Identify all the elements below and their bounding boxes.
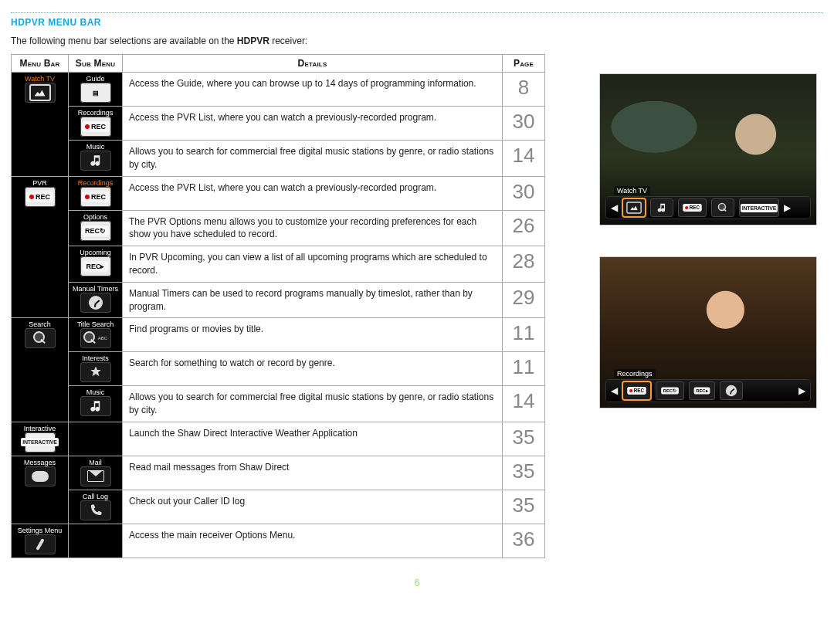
details-cell: Launch the Shaw Direct Interactive Weath…	[123, 422, 503, 456]
page-cell: 11	[503, 318, 545, 352]
arrow-left-icon: ◀	[611, 202, 618, 213]
tile-rec-upcoming-icon: REC▸	[689, 381, 715, 400]
th-submenu: Sub Menu	[69, 55, 123, 73]
submenu-label: Upcoming	[80, 249, 111, 256]
page-cell: 14	[503, 386, 545, 422]
arrow-right-icon: ▶	[798, 385, 805, 396]
submenu-cell-guide: Guide▤	[69, 73, 123, 107]
menubar-cell-pvr: PVRREC	[12, 176, 69, 318]
table-row: SearchTitle SearchABCFind programs or mo…	[12, 318, 545, 352]
submenu-label: Music	[86, 388, 105, 396]
submenu-cell-call-log: Call Log	[69, 490, 123, 524]
submenu-label: Music	[86, 143, 105, 151]
submenu-label: Recordings	[78, 179, 114, 187]
page-cell: 30	[503, 176, 545, 210]
menubar-cell-settings-menu: Settings Menu	[12, 524, 69, 558]
details-cell: Manual Timers can be used to record prog…	[123, 282, 503, 318]
submenu-label: Manual Timers	[73, 285, 118, 293]
submenu-label: Interests	[82, 354, 109, 362]
submenu-cell-empty	[69, 422, 123, 456]
table-row: UpcomingREC▸In PVR Upcoming, you can vie…	[12, 246, 545, 283]
tile-rec-options-icon: REC↻	[656, 381, 684, 400]
tile-clock-icon	[720, 381, 743, 400]
details-cell: Read mail messages from Shaw Direct	[123, 456, 503, 490]
details-cell: The PVR Options menu allows you to custo…	[123, 210, 503, 246]
table-row: MusicAllows you to search for commercial…	[12, 386, 545, 422]
th-page: Page	[503, 55, 545, 73]
tile-search-icon	[711, 198, 734, 217]
details-cell: Access the PVR List, where you can watch…	[123, 176, 503, 210]
th-details: Details	[123, 55, 503, 73]
page-cell: 30	[503, 107, 545, 141]
details-cell: Find programs or movies by title.	[123, 318, 503, 352]
details-cell: Check out your Caller ID log	[123, 490, 503, 524]
menu-bar: ◀ REC INTERACTIVE ▶	[606, 197, 810, 219]
page-number: 6	[11, 577, 823, 588]
menubar-cell-search: Search	[12, 318, 69, 422]
submenu-label: Mail	[89, 459, 102, 466]
table-row: RecordingsRECAccess the PVR List, where …	[12, 107, 545, 141]
page-cell: 35	[503, 456, 545, 490]
tile-rec-icon: REC	[678, 198, 707, 217]
page-cell: 35	[503, 490, 545, 524]
submenu-label: Guide	[86, 75, 104, 83]
table-row: OptionsREC↻The PVR Options menu allows y…	[12, 210, 545, 246]
table-row: InterestsSearch for something to watch o…	[12, 352, 545, 386]
page-cell: 8	[503, 73, 545, 107]
bar-label: Watch TV	[614, 186, 650, 195]
details-cell: Search for something to watch or record …	[123, 352, 503, 386]
table-row: MessagesMailRead mail messages from Shaw…	[12, 456, 545, 490]
table-row: Watch TVGuide▤Access the Guide, where yo…	[12, 73, 545, 107]
details-cell: Access the PVR List, where you can watch…	[123, 107, 503, 141]
menubar-label: Interactive	[24, 425, 56, 432]
table-row: Settings MenuAccess the main receiver Op…	[12, 524, 545, 558]
bar-label: Recordings	[614, 369, 656, 378]
submenu-label: Call Log	[83, 493, 108, 500]
menubar-label: Watch TV	[25, 75, 55, 83]
screenshot-watch-tv: Watch TV ◀ REC INTERACTIVE ▶	[599, 73, 817, 225]
section-divider	[11, 12, 823, 14]
menubar-cell-watch-tv: Watch TV	[12, 73, 69, 177]
details-cell: Access the Guide, where you can browse u…	[123, 73, 503, 107]
submenu-cell-upcoming: UpcomingREC▸	[69, 246, 123, 283]
submenu-cell-manual-timers: Manual Timers	[69, 282, 123, 318]
th-menubar: Menu Bar	[12, 55, 69, 73]
submenu-cell-recordings: RecordingsREC	[69, 176, 123, 210]
table-row: Manual TimersManual Timers can be used t…	[12, 282, 545, 318]
page-cell: 29	[503, 282, 545, 318]
menubar-label: Search	[29, 320, 51, 328]
intro-pre: The following menu bar selections are av…	[11, 36, 237, 46]
details-cell: In PVR Upcoming, you can view a list of …	[123, 246, 503, 283]
submenu-cell-mail: Mail	[69, 456, 123, 490]
menubar-label: PVR	[32, 179, 47, 187]
submenu-cell-options: OptionsREC↻	[69, 210, 123, 246]
menubar-label: Messages	[24, 459, 56, 466]
screenshot-recordings: Recordings ◀ REC REC↻ REC▸ ▶	[599, 256, 817, 408]
intro-text: The following menu bar selections are av…	[11, 36, 823, 46]
arrow-left-icon: ◀	[611, 385, 618, 396]
page-cell: 35	[503, 422, 545, 456]
tile-interactive-icon: INTERACTIVE	[739, 198, 779, 217]
submenu-cell-music: Music	[69, 386, 123, 422]
table-row: InteractiveINTERACTIVELaunch the Shaw Di…	[12, 422, 545, 456]
tile-rec-icon: REC	[622, 381, 651, 400]
menu-table: Menu Bar Sub Menu Details Page Watch TVG…	[11, 54, 545, 558]
table-row: MusicAllows you to search for commercial…	[12, 141, 545, 177]
submenu-cell-title-search: Title SearchABC	[69, 318, 123, 352]
details-cell: Allows you to search for commercial free…	[123, 141, 503, 177]
table-row: PVRRECRecordingsRECAccess the PVR List, …	[12, 176, 545, 210]
details-cell: Allows you to search for commercial free…	[123, 386, 503, 422]
menubar-cell-messages: Messages	[12, 456, 69, 524]
arrow-right-icon: ▶	[784, 202, 791, 213]
section-title: HDPVR MENU BAR	[11, 17, 823, 28]
submenu-cell-music: Music	[69, 141, 123, 177]
page-cell: 11	[503, 352, 545, 386]
page-cell: 36	[503, 524, 545, 558]
menu-bar: ◀ REC REC↻ REC▸ ▶	[606, 380, 810, 402]
submenu-label: Options	[83, 213, 107, 221]
table-row: Call LogCheck out your Caller ID log35	[12, 490, 545, 524]
menubar-cell-interactive: InteractiveINTERACTIVE	[12, 422, 69, 456]
submenu-cell-recordings: RecordingsREC	[69, 107, 123, 141]
page-cell: 14	[503, 141, 545, 177]
intro-bold: HDPVR	[237, 36, 270, 46]
